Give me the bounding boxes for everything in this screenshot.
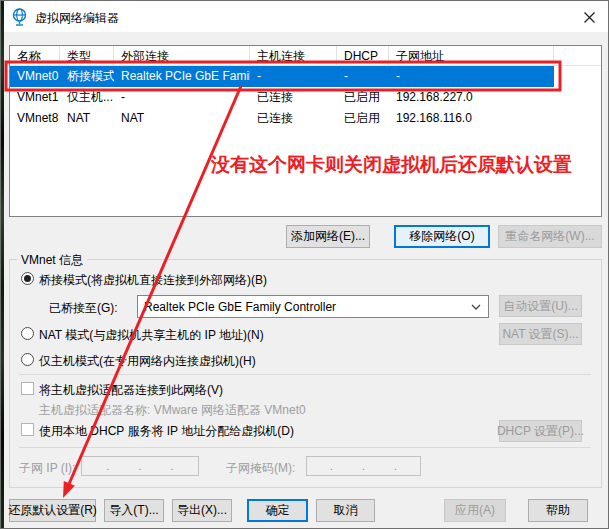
- bridged-adapter-select[interactable]: Realtek PCIe GbE Family Controller: [137, 295, 489, 318]
- close-button[interactable]: [574, 7, 604, 27]
- window-title: 虚拟网络编辑器: [35, 10, 119, 27]
- subnet-ip-field[interactable]: . . .: [81, 456, 199, 476]
- cell: 桥接模式: [60, 66, 114, 87]
- bridged-mode-label: 桥接模式(将虚拟机直接连接到外部网络)(B): [39, 272, 267, 289]
- column-header-external[interactable]: 外部连接: [114, 46, 250, 66]
- host-adapter-name-note: 主机虚拟适配器名称: VMware 网络适配器 VMnet0: [39, 402, 306, 419]
- connect-host-adapter-label: 将主机虚拟适配器连接到此网络(V): [39, 382, 223, 399]
- cell: NAT: [114, 108, 250, 129]
- nat-mode-label: NAT 模式(与虚拟机共享主机的 IP 地址)(N): [39, 327, 264, 344]
- import-button[interactable]: 导入(T)...: [104, 499, 164, 522]
- column-header-type[interactable]: 类型: [60, 46, 114, 66]
- auto-settings-button[interactable]: 自动设置(U)...: [499, 295, 582, 317]
- network-list: 名称 类型 外部连接 主机连接 DHCP 子网地址 VMnet0 桥接模式 Re…: [9, 45, 602, 217]
- connect-host-adapter-checkbox[interactable]: [21, 382, 34, 395]
- table-row-vmnet8[interactable]: VMnet8 NAT NAT 已连接 已启用 192.168.116.0: [10, 108, 554, 129]
- cell: -: [114, 87, 250, 108]
- export-button[interactable]: 导出(X)...: [172, 499, 232, 522]
- cell: NAT: [60, 108, 114, 129]
- virtual-network-editor-dialog: 虚拟网络编辑器 名称 类型 外部连接 主机连接 DHCP 子网地址 VMnet0…: [0, 0, 609, 529]
- hostonly-mode-label: 仅主机模式(在专用网络内连接虚拟机)(H): [39, 353, 256, 370]
- cell: 仅主机...: [60, 87, 114, 108]
- cell: VMnet0: [10, 66, 60, 87]
- dhcp-settings-button[interactable]: DHCP 设置(P)...: [499, 420, 582, 442]
- list-header: 名称 类型 外部连接 主机连接 DHCP 子网地址: [10, 46, 601, 66]
- bridged-to-label: 已桥接至(G):: [49, 300, 118, 317]
- use-dhcp-label: 使用本地 DHCP 服务将 IP 地址分配给虚拟机(D): [39, 423, 294, 440]
- vmnet-info-group-label: VMnet 信息: [17, 252, 87, 269]
- rename-network-button[interactable]: 重命名网络(W)...: [498, 225, 602, 248]
- cell: -: [337, 66, 389, 87]
- column-header-name[interactable]: 名称: [10, 46, 60, 66]
- cell: 已启用: [337, 108, 389, 129]
- divider: [19, 374, 591, 375]
- table-row-vmnet1[interactable]: VMnet1 仅主机... - 已连接 已启用 192.168.227.0: [10, 87, 554, 108]
- subnet-mask-field[interactable]: . . .: [306, 456, 421, 476]
- cell: 已连接: [250, 87, 337, 108]
- cell: VMnet8: [10, 108, 60, 129]
- table-row-vmnet0[interactable]: VMnet0 桥接模式 Realtek PCIe GbE Family Co..…: [10, 66, 554, 87]
- column-header-hostconn[interactable]: 主机连接: [250, 46, 337, 66]
- cell: 已启用: [337, 87, 389, 108]
- cell: 已连接: [250, 108, 337, 129]
- cell: -: [389, 66, 554, 87]
- desktop-background-sliver: [1, 1, 4, 529]
- restore-defaults-button[interactable]: 还原默认设置(R): [9, 499, 96, 522]
- bridged-mode-radio[interactable]: [21, 272, 34, 285]
- remove-network-button[interactable]: 移除网络(O): [394, 225, 490, 248]
- help-button[interactable]: 帮助: [528, 499, 588, 522]
- cell: Realtek PCIe GbE Family Co...: [114, 66, 250, 87]
- nat-mode-radio[interactable]: [21, 327, 34, 340]
- subnet-ip-label: 子网 IP (I):: [19, 460, 75, 477]
- column-header-dhcp[interactable]: DHCP: [337, 46, 389, 66]
- use-dhcp-checkbox[interactable]: [21, 423, 34, 436]
- hostonly-mode-radio[interactable]: [21, 353, 34, 366]
- cell: 192.168.116.0: [389, 108, 554, 129]
- close-icon: [584, 12, 595, 23]
- divider: [19, 447, 591, 448]
- cell: VMnet1: [10, 87, 60, 108]
- cell: -: [250, 66, 337, 87]
- titlebar: 虚拟网络编辑器: [1, 1, 609, 32]
- network-globe-icon: [11, 8, 28, 26]
- add-network-button[interactable]: 添加网络(E)...: [286, 225, 370, 248]
- subnet-mask-label: 子网掩码(M):: [226, 460, 295, 477]
- nat-settings-button[interactable]: NAT 设置(S)...: [499, 323, 582, 345]
- bridged-adapter-value: Realtek PCIe GbE Family Controller: [144, 300, 336, 314]
- cell: 192.168.227.0: [389, 87, 554, 108]
- chevron-down-icon: [471, 304, 481, 310]
- cancel-button[interactable]: 取消: [316, 499, 375, 522]
- apply-button[interactable]: 应用(A): [444, 499, 506, 522]
- ok-button[interactable]: 确定: [247, 499, 308, 522]
- column-header-subnet[interactable]: 子网地址: [389, 46, 554, 66]
